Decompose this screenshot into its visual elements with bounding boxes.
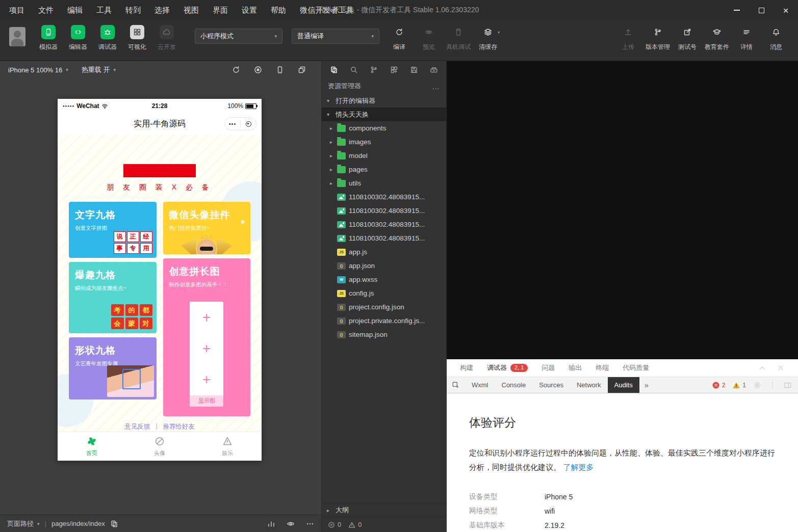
compile-mode-select[interactable]: 普通编译 ▾ xyxy=(292,29,379,44)
files-button[interactable] xyxy=(330,66,338,74)
toolbar-button-详情[interactable]: 详情 xyxy=(732,24,761,51)
menu-转到[interactable]: 转到 xyxy=(125,6,141,15)
tree-item-model[interactable]: ▸model xyxy=(322,149,446,163)
devtools-menu-button[interactable] xyxy=(768,381,777,389)
dock-side-button[interactable] xyxy=(784,381,792,389)
plus-icon[interactable]: + xyxy=(190,302,223,333)
tree-item-images[interactable]: ▸images xyxy=(322,135,446,149)
outline-section[interactable]: ▸ 大纲 xyxy=(322,503,446,517)
tree-item-1108100302.48083915...[interactable]: 1108100302.48083915... xyxy=(322,204,446,218)
tab-首页[interactable]: 首页 xyxy=(58,432,125,461)
menu-选择[interactable]: 选择 xyxy=(155,6,170,15)
toolbar-button-消息[interactable]: 消息 xyxy=(761,24,791,51)
menu-界面[interactable]: 界面 xyxy=(213,6,228,15)
toolbar-button-可视化[interactable]: 可视化 xyxy=(122,24,152,51)
stop-button[interactable] xyxy=(254,66,262,74)
windows-button[interactable] xyxy=(298,66,306,74)
save-button[interactable] xyxy=(410,66,418,74)
panel-tab-构建[interactable]: 构建 xyxy=(460,363,473,373)
tree-item-app.json[interactable]: {}app.json xyxy=(322,259,446,273)
menu-微信开发者工具[interactable]: 微信开发者工具 xyxy=(300,6,353,15)
card-创意拼长图[interactable]: 创意拼长图制作创意多图的高手！！+++显示图 xyxy=(163,258,251,416)
console-error-count[interactable]: 2 xyxy=(712,381,726,389)
tree-item-pages[interactable]: ▸pages xyxy=(322,163,446,176)
hot-reload-toggle[interactable]: 热重载 开 ▾ xyxy=(82,65,116,74)
devtools-settings-button[interactable] xyxy=(753,381,761,389)
card-文字九格[interactable]: 文字九格创意文字拼图说正经事专用 xyxy=(69,202,157,258)
maximize-button[interactable] xyxy=(749,0,774,20)
menu-文件[interactable]: 文件 xyxy=(38,6,54,15)
more-actions-icon[interactable]: … xyxy=(432,82,440,91)
tree-item-components[interactable]: ▸components xyxy=(322,121,446,135)
plus-icon[interactable]: + xyxy=(190,364,223,395)
tree-item-project.config.json[interactable]: {}project.config.json xyxy=(322,300,446,314)
eye-button[interactable] xyxy=(287,520,295,528)
toolbar-button-版本管理[interactable]: 版本管理 xyxy=(643,24,673,51)
tree-item-app.js[interactable]: JSapp.js xyxy=(322,245,446,259)
footer-link-意见反馈[interactable]: 意见反馈 xyxy=(124,422,150,431)
panel-tab-代码质量[interactable]: 代码质量 xyxy=(623,363,649,373)
open-editors-section[interactable]: ▾ 打开的编辑器 xyxy=(322,94,446,108)
close-button[interactable]: × xyxy=(774,0,798,20)
tree-item-1108100302.48083915...[interactable]: 1108100302.48083915... xyxy=(322,218,446,231)
inspect-element-button[interactable] xyxy=(447,377,465,393)
capsule-close-button[interactable] xyxy=(241,118,256,130)
container-button[interactable] xyxy=(430,66,438,74)
card-爆趣九格[interactable]: 爆趣九格瞬间成为朋友圈焦点~考的都会蒙对 xyxy=(69,262,157,333)
plus-icon[interactable]: + xyxy=(190,333,223,364)
copy-path-button[interactable] xyxy=(110,520,118,528)
tab-头像[interactable]: 头像 xyxy=(125,432,193,461)
toolbar-button-教育套件[interactable]: 教育套件 xyxy=(702,24,732,51)
panel-tab-调试器[interactable]: 调试器2, 1 xyxy=(487,363,528,373)
toolbar-button-调试器[interactable]: 调试器 xyxy=(93,24,122,51)
toolbar-button-模拟器[interactable]: 模拟器 xyxy=(34,24,63,51)
menu-编辑[interactable]: 编辑 xyxy=(67,6,83,15)
module-button[interactable] xyxy=(390,66,398,74)
device-button[interactable] xyxy=(276,66,284,74)
devtools-tab-Network[interactable]: Network xyxy=(570,377,608,393)
more-button[interactable] xyxy=(306,520,314,528)
tree-item-project.private.config.js...[interactable]: {}project.private.config.js... xyxy=(322,314,446,328)
console-warning-count[interactable]: 1 xyxy=(732,381,746,389)
menu-项目[interactable]: 项目 xyxy=(9,6,24,15)
card-形状九格[interactable]: 形状九格文艺青年发图专属 xyxy=(69,337,157,400)
toolbar-button-编译[interactable]: 编译 xyxy=(384,24,414,51)
toolbar-button-测试号[interactable]: 测试号 xyxy=(673,24,702,51)
project-root-item[interactable]: ▾ 情头天天换 xyxy=(322,108,446,121)
tree-item-1108100302.48083915...[interactable]: 1108100302.48083915... xyxy=(322,190,446,204)
panel-tab-终端[interactable]: 终端 xyxy=(596,363,609,373)
footer-link-推荐给好友[interactable]: 推荐给好友 xyxy=(163,422,195,431)
overflow-tabs-button[interactable]: » xyxy=(639,377,654,393)
tree-item-1108100302.48083915...[interactable]: 1108100302.48083915... xyxy=(322,231,446,245)
device-selector[interactable]: iPhone 5 100% 16 ▾ xyxy=(8,66,68,74)
minimize-button[interactable] xyxy=(725,0,749,20)
menu-视图[interactable]: 视图 xyxy=(184,6,199,15)
menu-设置[interactable]: 设置 xyxy=(242,6,257,15)
user-avatar[interactable] xyxy=(9,27,25,46)
tree-item-config.js[interactable]: JSconfig.js xyxy=(322,286,446,300)
tab-娱乐[interactable]: 娱乐 xyxy=(194,432,262,461)
learn-more-link[interactable]: 了解更多 xyxy=(563,463,594,471)
perf-button[interactable] xyxy=(267,520,275,528)
tree-item-utils[interactable]: ▸utils xyxy=(322,176,446,190)
devtools-tab-Sources[interactable]: Sources xyxy=(532,377,570,393)
panel-tab-问题[interactable]: 问题 xyxy=(542,363,555,373)
card-微信头像挂件[interactable]: 微信头像挂件热门挂件免费用~★ xyxy=(163,202,251,254)
devtools-tab-Console[interactable]: Console xyxy=(495,377,533,393)
devtools-tab-Wxml[interactable]: Wxml xyxy=(465,377,495,393)
search-button[interactable] xyxy=(350,66,358,74)
tree-item-app.wxss[interactable]: Wapp.wxss xyxy=(322,273,446,286)
tree-item-sitemap.json[interactable]: {}sitemap.json xyxy=(322,328,446,341)
toolbar-button-清缓存[interactable]: ▾清缓存 xyxy=(473,24,503,51)
menu-工具[interactable]: 工具 xyxy=(96,6,112,15)
devtools-tab-Audits[interactable]: Audits xyxy=(608,377,639,393)
restart-button[interactable] xyxy=(232,66,240,74)
toolbar-button-编辑器[interactable]: 编辑器 xyxy=(63,24,93,51)
capsule-menu-button[interactable]: ••• xyxy=(225,118,240,130)
close-panel-button[interactable] xyxy=(777,364,785,372)
mode-select[interactable]: 小程序模式 ▾ xyxy=(195,29,282,44)
branch-button[interactable] xyxy=(370,66,378,74)
panel-tab-输出[interactable]: 输出 xyxy=(569,363,582,373)
menu-帮助[interactable]: 帮助 xyxy=(271,6,286,15)
page-path-selector[interactable]: 页面路径 ▾ xyxy=(7,519,40,528)
